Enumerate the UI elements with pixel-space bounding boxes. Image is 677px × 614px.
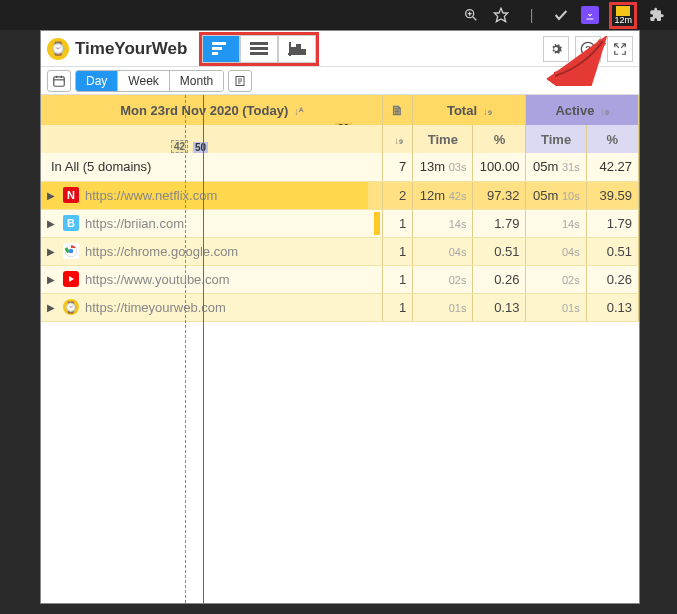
download-icon[interactable] bbox=[581, 6, 599, 24]
zoom-icon[interactable] bbox=[461, 5, 481, 25]
usage-table: Mon 23rd Nov 2020 (Today) ↓ᴬ 80 🗎 Total … bbox=[41, 95, 639, 322]
domain-url: https://www.youtube.com bbox=[85, 272, 230, 287]
favicon-netflix: N bbox=[63, 187, 79, 203]
svg-marker-30 bbox=[69, 276, 74, 282]
svg-rect-9 bbox=[250, 47, 268, 50]
svg-rect-10 bbox=[250, 52, 268, 55]
extension-badge[interactable]: 12m bbox=[609, 2, 637, 29]
calendar-button[interactable] bbox=[47, 70, 71, 92]
view-list-button[interactable] bbox=[240, 35, 278, 63]
domain-url: https://briian.com bbox=[85, 216, 184, 231]
domain-url: https://timeyourweb.com bbox=[85, 300, 226, 315]
period-day-button[interactable]: Day bbox=[76, 71, 118, 91]
domain-url: https://www.netflix.com bbox=[85, 188, 217, 203]
table-row[interactable]: ▶Bhttps://briian.com 1 14s 1.79 14s 1.79 bbox=[41, 209, 639, 237]
view-chart-button[interactable] bbox=[278, 35, 316, 63]
svg-rect-14 bbox=[297, 45, 300, 54]
summary-row: In All (5 domains) 7 13m 03s 100.00 05m … bbox=[41, 153, 639, 181]
active-pct-header[interactable]: % bbox=[586, 125, 638, 153]
settings-button[interactable] bbox=[543, 36, 569, 62]
svg-line-1 bbox=[473, 17, 476, 20]
expand-icon[interactable]: ▶ bbox=[47, 218, 57, 229]
favicon-youtube bbox=[63, 271, 79, 287]
table-row[interactable]: ▶https://www.youtube.com 1 02s 0.26 02s … bbox=[41, 265, 639, 293]
sort-icon: ↓ᴬ bbox=[294, 106, 303, 117]
tick-50: 50 bbox=[193, 142, 208, 153]
total-header[interactable]: Total ↓₉ bbox=[413, 95, 526, 125]
expand-icon[interactable]: ▶ bbox=[47, 190, 57, 201]
sub-toolbar: Day Week Month bbox=[41, 67, 639, 95]
svg-rect-20 bbox=[54, 76, 65, 85]
ruler-header: 42 50 bbox=[41, 125, 383, 153]
divider: | bbox=[521, 5, 541, 25]
fullscreen-button[interactable] bbox=[607, 36, 633, 62]
svg-marker-4 bbox=[495, 8, 508, 21]
svg-line-19 bbox=[621, 43, 625, 47]
expand-icon[interactable]: ▶ bbox=[47, 302, 57, 313]
favicon-chrome bbox=[63, 243, 79, 259]
data-table-wrap: Mon 23rd Nov 2020 (Today) ↓ᴬ 80 🗎 Total … bbox=[41, 95, 639, 603]
table-row[interactable]: ▶https://chrome.google.com 1 04s 0.51 04… bbox=[41, 237, 639, 265]
check-icon[interactable] bbox=[551, 5, 571, 25]
timeyourweb-icon bbox=[616, 6, 630, 16]
active-time-header[interactable]: Time bbox=[526, 125, 586, 153]
table-row[interactable]: ▶Nhttps://www.netflix.com 2 12m 42s 97.3… bbox=[41, 181, 639, 209]
summary-count: 7 bbox=[383, 153, 413, 181]
star-icon[interactable] bbox=[491, 5, 511, 25]
extension-time-label: 12m bbox=[614, 16, 632, 25]
help-button[interactable]: ? bbox=[575, 36, 601, 62]
panel-header: ⌚ TimeYourWeb ? bbox=[41, 31, 639, 67]
period-week-button[interactable]: Week bbox=[118, 71, 169, 91]
svg-point-29 bbox=[69, 249, 74, 254]
doc-col-header[interactable]: 🗎 bbox=[383, 95, 413, 125]
date-header[interactable]: Mon 23rd Nov 2020 (Today) ↓ᴬ 80 bbox=[41, 95, 383, 125]
expand-icon[interactable]: ▶ bbox=[47, 274, 57, 285]
view-mode-group bbox=[199, 32, 319, 66]
app-logo: ⌚ bbox=[47, 38, 69, 60]
svg-rect-8 bbox=[250, 42, 268, 45]
period-group: Day Week Month bbox=[75, 70, 224, 92]
browser-toolbar: | 12m bbox=[0, 0, 677, 30]
svg-rect-5 bbox=[212, 42, 226, 45]
svg-rect-7 bbox=[212, 52, 218, 55]
table-row[interactable]: ▶⌚https://timeyourweb.com 1 01s 0.13 01s… bbox=[41, 293, 639, 321]
svg-rect-15 bbox=[302, 50, 305, 54]
period-month-button[interactable]: Month bbox=[170, 71, 223, 91]
domain-url: https://chrome.google.com bbox=[85, 244, 238, 259]
date-label: Mon 23rd Nov 2020 (Today) bbox=[120, 103, 288, 118]
app-title: TimeYourWeb bbox=[75, 39, 187, 59]
svg-rect-13 bbox=[292, 48, 295, 54]
svg-rect-6 bbox=[212, 47, 222, 50]
notes-button[interactable] bbox=[228, 70, 252, 92]
active-header[interactable]: Active ↓₉ bbox=[526, 95, 639, 125]
expand-icon[interactable]: ▶ bbox=[47, 246, 57, 257]
favicon-timeyourweb: ⌚ bbox=[63, 299, 79, 315]
total-pct-header[interactable]: % bbox=[473, 125, 526, 153]
favicon-briian: B bbox=[63, 215, 79, 231]
summary-label: In All (5 domains) bbox=[51, 159, 151, 174]
svg-text:?: ? bbox=[585, 44, 591, 54]
view-detail-button[interactable] bbox=[202, 35, 240, 63]
extensions-icon[interactable] bbox=[647, 5, 667, 25]
tick-42: 42 bbox=[171, 140, 188, 153]
svg-line-18 bbox=[615, 43, 619, 47]
total-time-header[interactable]: Time bbox=[413, 125, 473, 153]
extension-popup: ⌚ TimeYourWeb ? Day W bbox=[40, 30, 640, 604]
sort-col-header[interactable]: ↓₉ bbox=[383, 125, 413, 153]
